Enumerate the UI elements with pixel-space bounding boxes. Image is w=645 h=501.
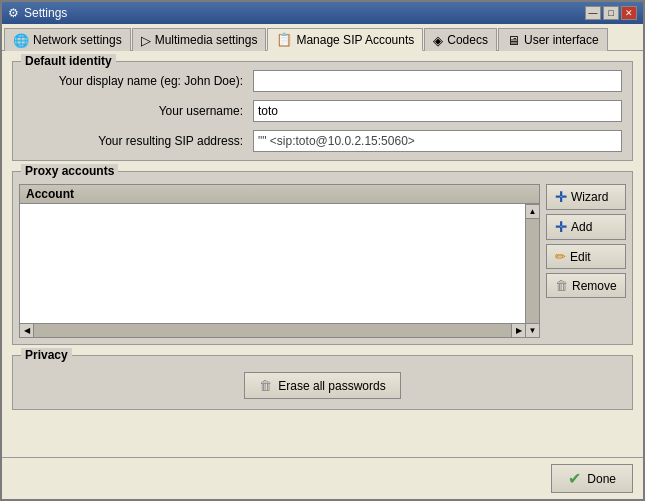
wizard-button[interactable]: ✛ Wizard [546,184,626,210]
vertical-scrollbar: ▲ ▼ [526,204,540,338]
display-name-input[interactable] [253,70,622,92]
tab-network[interactable]: 🌐 Network settings [4,28,131,51]
ui-icon: 🖥 [507,33,520,48]
close-button[interactable]: ✕ [621,6,637,20]
wizard-icon: ✛ [555,189,567,205]
scroll-down-button[interactable]: ▼ [526,323,539,337]
add-icon: ✛ [555,219,567,235]
proxy-inner: Account ◀ ▶ ▲ [13,178,632,344]
tab-multimedia[interactable]: ▷ Multimedia settings [132,28,267,51]
default-identity-section: Default identity Your display name (eg: … [12,61,633,161]
username-row: Your username: [23,100,622,122]
scroll-right-button[interactable]: ▶ [511,324,525,337]
scrollbar-vertical-track [526,219,539,323]
scrollbar-track [34,324,511,337]
checkmark-icon: ✔ [568,469,581,488]
username-label: Your username: [23,104,253,118]
tab-ui[interactable]: 🖥 User interface [498,28,608,51]
erase-passwords-button[interactable]: 🗑 Erase all passwords [244,372,400,399]
network-icon: 🌐 [13,33,29,48]
remove-button[interactable]: 🗑 Remove [546,273,626,298]
scroll-up-button[interactable]: ▲ [526,205,539,219]
proxy-accounts-section: Proxy accounts Account ◀ ▶ [12,171,633,345]
remove-icon: 🗑 [555,278,568,293]
sip-address-row: Your resulting SIP address: "" <sip:toto… [23,130,622,152]
proxy-accounts-label: Proxy accounts [21,164,118,178]
horizontal-scrollbar[interactable]: ◀ ▶ [19,324,526,338]
settings-icon: ⚙ [8,6,19,20]
sip-address-value: "" <sip:toto@10.0.2.15:5060> [253,130,622,152]
edit-button[interactable]: ✏ Edit [546,244,626,269]
privacy-inner: 🗑 Erase all passwords [23,368,622,399]
title-bar-controls: — □ ✕ [585,6,637,20]
edit-icon: ✏ [555,249,566,264]
display-name-row: Your display name (eg: John Doe): [23,70,622,92]
window-title: Settings [24,6,67,20]
tab-codecs[interactable]: ◈ Codecs [424,28,497,51]
username-input[interactable] [253,100,622,122]
display-name-label: Your display name (eg: John Doe): [23,74,253,88]
add-button[interactable]: ✛ Add [546,214,626,240]
minimize-button[interactable]: — [585,6,601,20]
maximize-button[interactable]: □ [603,6,619,20]
main-content: Default identity Your display name (eg: … [2,51,643,457]
tab-bar: 🌐 Network settings ▷ Multimedia settings… [2,24,643,51]
erase-icon: 🗑 [259,378,272,393]
scroll-left-button[interactable]: ◀ [20,324,34,337]
privacy-label: Privacy [21,348,72,362]
proxy-list-area[interactable] [19,204,526,324]
default-identity-label: Default identity [21,54,116,68]
privacy-section: Privacy 🗑 Erase all passwords [12,355,633,410]
proxy-list-header: Account [19,184,540,204]
proxy-buttons: ✛ Wizard ✛ Add ✏ Edit 🗑 Remove [546,184,626,338]
tab-sip-accounts[interactable]: 📋 Manage SIP Accounts [267,28,423,51]
title-bar-left: ⚙ Settings [8,6,67,20]
sip-icon: 📋 [276,32,292,47]
footer: ✔ Done [2,457,643,499]
done-button[interactable]: ✔ Done [551,464,633,493]
codecs-icon: ◈ [433,33,443,48]
title-bar: ⚙ Settings — □ ✕ [2,2,643,24]
multimedia-icon: ▷ [141,33,151,48]
proxy-list-container: Account ◀ ▶ ▲ [19,184,540,338]
settings-window: ⚙ Settings — □ ✕ 🌐 Network settings ▷ Mu… [0,0,645,501]
sip-address-label: Your resulting SIP address: [23,134,253,148]
